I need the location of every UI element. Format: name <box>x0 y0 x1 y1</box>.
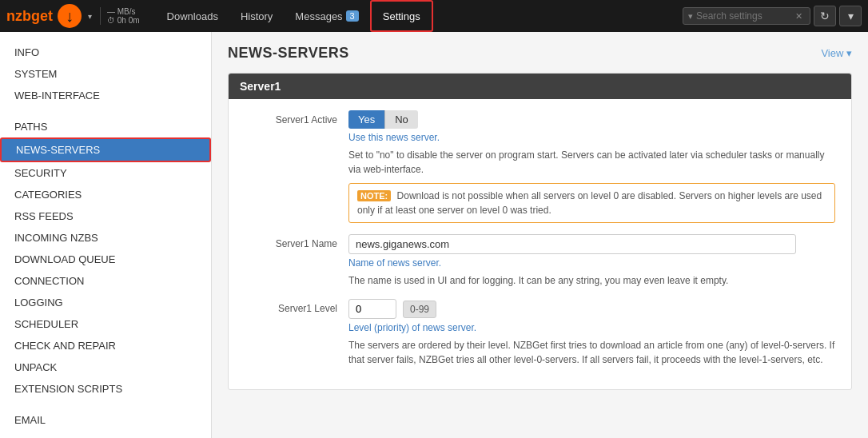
server-card-header: Server1 <box>229 74 851 99</box>
level-help-secondary: The servers are ordered by their level. … <box>348 338 835 367</box>
sidebar-item-categories[interactable]: CATEGORIES <box>0 184 211 205</box>
sidebar-separator-1 <box>0 106 211 116</box>
page-header: NEWS-SERVERS View ▾ <box>228 45 852 62</box>
note-text: Download is not possible when all server… <box>357 190 822 216</box>
toggle-group-active: Yes No <box>348 110 418 129</box>
active-help-secondary: Set to "no" to disable the server on pro… <box>348 148 835 177</box>
name-help-secondary: The name is used in UI and for logging. … <box>348 273 835 288</box>
nav-history[interactable]: History <box>229 0 284 32</box>
level-row: 0-99 <box>348 299 835 319</box>
search-area: ▾ ✕ ↻ ▾ <box>683 6 862 26</box>
sidebar-item-logging[interactable]: LOGGING <box>0 292 211 313</box>
sidebar-separator-2 <box>0 400 211 409</box>
nav-downloads[interactable]: Downloads <box>156 0 229 32</box>
sidebar: INFO SYSTEM WEB-INTERFACE PATHS NEWS-SER… <box>0 32 212 438</box>
setting-content-name: Name of news server. The name is used in… <box>348 234 835 288</box>
nav-links: Downloads History Messages 3 Settings <box>156 0 683 32</box>
setting-row-active: Server1 Active Yes No Use this news serv… <box>245 110 835 223</box>
setting-row-level: Server1 Level 0-99 Level (priority) of n… <box>245 299 835 367</box>
name-help-primary: Name of news server. <box>348 257 835 269</box>
search-box: ▾ ✕ <box>683 7 810 25</box>
sidebar-item-extension-scripts[interactable]: EXTENSION SCRIPTS <box>0 378 211 400</box>
main-content: NEWS-SERVERS View ▾ Server1 Server1 Acti… <box>212 32 868 438</box>
nav-messages[interactable]: Messages 3 <box>284 0 369 32</box>
logo-area: nzbget ↓ ▾ <box>6 4 92 28</box>
level-hint: 0-99 <box>403 301 436 318</box>
logo-icon: ↓ <box>58 4 82 28</box>
sidebar-item-connection[interactable]: CONNECTION <box>0 270 211 292</box>
sidebar-item-news-servers[interactable]: NEWS-SERVERS <box>0 137 211 162</box>
sidebar-item-rss-feeds[interactable]: RSS FEEDS <box>0 205 211 227</box>
view-button[interactable]: View ▾ <box>821 47 852 59</box>
refresh-button[interactable]: ↻ <box>814 6 836 26</box>
sidebar-item-paths[interactable]: PATHS <box>0 116 211 137</box>
nav-settings[interactable]: Settings <box>370 0 433 32</box>
sidebar-item-unpack[interactable]: UNPACK <box>0 356 211 378</box>
active-yes-button[interactable]: Yes <box>348 110 384 129</box>
sidebar-item-info[interactable]: INFO <box>0 42 211 63</box>
setting-content-level: 0-99 Level (priority) of news server. Th… <box>348 299 835 367</box>
level-input[interactable] <box>348 299 396 319</box>
sidebar-item-security[interactable]: SECURITY <box>0 162 211 184</box>
name-input[interactable] <box>348 234 796 254</box>
setting-label-name: Server1 Name <box>245 234 348 249</box>
speed-time: ⏱ 0h 0m <box>107 16 140 25</box>
sidebar-item-incoming-nzbs[interactable]: INCOMING NZBS <box>0 227 211 249</box>
setting-label-level: Server1 Level <box>245 299 348 314</box>
sidebar-item-email[interactable]: EMAIL <box>0 409 211 431</box>
server-card: Server1 Server1 Active Yes No Use this n… <box>228 73 852 390</box>
sidebar-item-download-queue[interactable]: DOWNLOAD QUEUE <box>0 249 211 270</box>
setting-row-name: Server1 Name Name of news server. The na… <box>245 234 835 288</box>
logo-dropdown-icon[interactable]: ▾ <box>88 12 92 21</box>
search-clear-icon[interactable]: ✕ <box>795 11 802 22</box>
search-input[interactable] <box>696 10 792 22</box>
menu-dropdown-button[interactable]: ▾ <box>839 6 862 26</box>
sidebar-item-web-interface[interactable]: WEB-INTERFACE <box>0 85 211 106</box>
active-no-button[interactable]: No <box>384 110 418 129</box>
note-label: NOTE: <box>357 190 391 201</box>
layout: INFO SYSTEM WEB-INTERFACE PATHS NEWS-SER… <box>0 32 868 438</box>
setting-label-active: Server1 Active <box>245 110 348 125</box>
speed-area: — MB/s ⏱ 0h 0m <box>100 7 140 25</box>
sidebar-item-scheduler[interactable]: SCHEDULER <box>0 313 211 335</box>
messages-badge: 3 <box>346 10 359 22</box>
active-help-primary: Use this news server. <box>348 132 835 143</box>
topbar: nzbget ↓ ▾ — MB/s ⏱ 0h 0m Downloads Hist… <box>0 0 868 32</box>
active-note-box: NOTE: Download is not possible when all … <box>348 183 835 223</box>
sidebar-item-check-and-repair[interactable]: CHECK AND REPAIR <box>0 335 211 356</box>
search-icon: ▾ <box>688 11 693 22</box>
page-title: NEWS-SERVERS <box>228 45 349 62</box>
server-card-body: Server1 Active Yes No Use this news serv… <box>229 99 851 389</box>
setting-content-active: Yes No Use this news server. Set to "no"… <box>348 110 835 223</box>
sidebar-item-system[interactable]: SYSTEM <box>0 63 211 85</box>
speed-mbps: — MB/s <box>107 7 140 16</box>
sidebar-item-logger[interactable]: LOGGER <box>0 431 211 438</box>
logo-text: nzbget <box>6 8 53 25</box>
level-help-primary: Level (priority) of news server. <box>348 322 835 333</box>
